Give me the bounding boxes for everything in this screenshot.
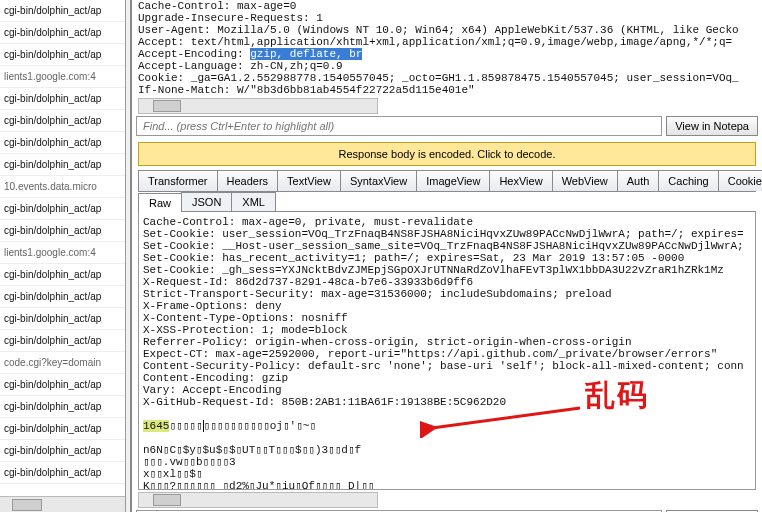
session-row[interactable]: cgi-bin/dolphin_act/ap: [0, 88, 125, 110]
session-row[interactable]: cgi-bin/dolphin_act/ap: [0, 44, 125, 66]
tab-syntaxview[interactable]: SyntaxView: [340, 170, 417, 191]
decode-bar[interactable]: Response body is encoded. Click to decod…: [138, 142, 756, 166]
find-bar-request: View in Notepa: [136, 116, 758, 138]
request-scrollbar[interactable]: [138, 98, 378, 114]
left-scrollbar-thumb[interactable]: [12, 499, 42, 511]
tab-webview[interactable]: WebView: [552, 170, 618, 191]
tab-hexview[interactable]: HexView: [489, 170, 552, 191]
session-row[interactable]: cgi-bin/dolphin_act/ap: [0, 154, 125, 176]
subtab-raw[interactable]: Raw: [138, 193, 182, 212]
response-subtabstrip: RawJSONXML: [138, 192, 756, 212]
session-row[interactable]: lients1.google.com:4: [0, 66, 125, 88]
session-row[interactable]: cgi-bin/dolphin_act/ap: [0, 440, 125, 462]
subtab-xml[interactable]: XML: [231, 192, 276, 211]
highlight-match: 1645: [143, 420, 169, 432]
response-raw[interactable]: Cache-Control: max-age=0, private, must-…: [138, 212, 756, 490]
session-row[interactable]: cgi-bin/dolphin_act/ap: [0, 396, 125, 418]
session-row[interactable]: code.cgi?key=domain: [0, 352, 125, 374]
session-row[interactable]: cgi-bin/dolphin_act/ap: [0, 330, 125, 352]
session-row[interactable]: cgi-bin/dolphin_act/ap: [0, 220, 125, 242]
session-row[interactable]: cgi-bin/dolphin_act/ap: [0, 0, 125, 22]
session-list[interactable]: cgi-bin/dolphin_act/apcgi-bin/dolphin_ac…: [0, 0, 126, 512]
response-tabstrip: TransformerHeadersTextViewSyntaxViewImag…: [138, 170, 756, 192]
session-row[interactable]: cgi-bin/dolphin_act/ap: [0, 418, 125, 440]
text-caret: [203, 420, 204, 432]
session-row[interactable]: cgi-bin/dolphin_act/ap: [0, 374, 125, 396]
request-scrollbar-thumb[interactable]: [153, 100, 181, 112]
session-row[interactable]: cgi-bin/dolphin_act/ap: [0, 110, 125, 132]
report-uri-link[interactable]: https://api.github.com/_private/browser/…: [407, 348, 711, 360]
find-input[interactable]: [136, 116, 662, 136]
subtab-json[interactable]: JSON: [181, 192, 232, 211]
session-row[interactable]: cgi-bin/dolphin_act/ap: [0, 264, 125, 286]
session-row[interactable]: 10.events.data.micro: [0, 176, 125, 198]
session-row[interactable]: cgi-bin/dolphin_act/ap: [0, 308, 125, 330]
response-scrollbar-thumb[interactable]: [153, 494, 181, 506]
tab-auth[interactable]: Auth: [617, 170, 660, 191]
session-row[interactable]: cgi-bin/dolphin_act/ap: [0, 132, 125, 154]
tab-cookies[interactable]: Cookies: [718, 170, 762, 191]
session-row[interactable]: cgi-bin/dolphin_act/ap: [0, 286, 125, 308]
response-scrollbar[interactable]: [138, 492, 378, 508]
session-row[interactable]: cgi-bin/dolphin_act/ap: [0, 198, 125, 220]
session-row[interactable]: cgi-bin/dolphin_act/ap: [0, 462, 125, 484]
tab-imageview[interactable]: ImageView: [416, 170, 490, 191]
selection-highlight: gzip, deflate, br: [250, 48, 362, 60]
left-scrollbar[interactable]: [0, 496, 125, 512]
view-in-notepad-button[interactable]: View in Notepa: [666, 116, 758, 136]
tab-textview[interactable]: TextView: [277, 170, 341, 191]
session-row[interactable]: cgi-bin/dolphin_act/ap: [0, 22, 125, 44]
request-raw[interactable]: Cache-Control: max-age=0 Upgrade-Insecur…: [132, 0, 762, 96]
tab-headers[interactable]: Headers: [217, 170, 279, 191]
session-row[interactable]: lients1.google.com:4: [0, 242, 125, 264]
tab-transformer[interactable]: Transformer: [138, 170, 218, 191]
tab-caching[interactable]: Caching: [658, 170, 718, 191]
inspector-panel: Cache-Control: max-age=0 Upgrade-Insecur…: [130, 0, 762, 512]
